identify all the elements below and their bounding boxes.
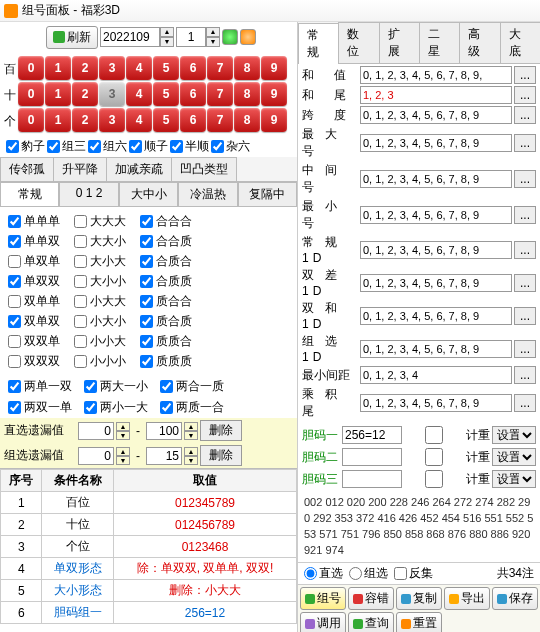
param-more-button[interactable]: ... [514,134,536,152]
pattern-check[interactable]: 单单单 [8,213,60,230]
param-input[interactable] [360,206,512,224]
type-check[interactable]: 杂六 [211,138,250,155]
ball-1-8[interactable]: 8 [234,82,260,106]
action-调用[interactable]: 调用 [300,612,346,632]
filter-to-input[interactable] [146,422,182,440]
dan-input[interactable] [342,470,402,488]
sub-tab[interactable]: 0 1 2 [59,182,118,206]
type-check[interactable]: 组六 [88,138,127,155]
pair-check[interactable]: 两小一大 [84,399,148,416]
ball-0-3[interactable]: 3 [99,56,125,80]
check-fanji[interactable]: 反集 [394,565,433,582]
param-input[interactable] [360,241,512,259]
pattern-check[interactable]: 双双单 [8,333,60,350]
action-查询[interactable]: 查询 [348,612,394,632]
ball-2-7[interactable]: 7 [207,108,233,132]
ball-1-2[interactable]: 2 [72,82,98,106]
sub-tab[interactable]: 冷温热 [178,182,237,206]
pattern-check[interactable]: 小大大 [74,293,126,310]
pattern-check[interactable]: 大小小 [74,273,126,290]
ball-1-1[interactable]: 1 [45,82,71,106]
ball-2-3[interactable]: 3 [99,108,125,132]
right-tab[interactable]: 大底 [500,22,540,63]
ball-1-9[interactable]: 9 [261,82,287,106]
ball-0-0[interactable]: 0 [18,56,44,80]
param-more-button[interactable]: ... [514,241,536,259]
pattern-check[interactable]: 大大小 [74,233,126,250]
filter-delete-button[interactable]: 删除 [200,420,242,441]
ball-2-2[interactable]: 2 [72,108,98,132]
ball-1-7[interactable]: 7 [207,82,233,106]
pattern-check[interactable]: 双单双 [8,313,60,330]
pattern-check[interactable]: 合合合 [140,213,192,230]
pattern-check[interactable]: 合质质 [140,273,192,290]
ball-2-6[interactable]: 6 [180,108,206,132]
pattern-check[interactable]: 质质质 [140,353,192,370]
pair-check[interactable]: 两质一合 [160,399,224,416]
ball-0-1[interactable]: 1 [45,56,71,80]
dan-weight-check[interactable]: 计重 [404,426,490,444]
dan-input[interactable] [342,426,402,444]
type-check[interactable]: 顺子 [129,138,168,155]
ball-2-5[interactable]: 5 [153,108,179,132]
param-more-button[interactable]: ... [514,66,536,84]
index-down-icon[interactable]: ▼ [206,37,220,47]
dan-setting-select[interactable]: 设置 [492,470,536,488]
index-input[interactable] [176,27,206,47]
pattern-check[interactable]: 大小大 [74,253,126,270]
right-tab[interactable]: 二星 [419,22,460,63]
group-tab[interactable]: 传邻孤 [0,157,54,181]
param-input[interactable] [360,106,512,124]
action-复制[interactable]: 复制 [396,587,442,610]
filter-from-input[interactable] [78,447,114,465]
cond-row[interactable]: 3个位0123468 [1,536,297,558]
param-more-button[interactable]: ... [514,86,536,104]
action-容错[interactable]: 容错 [348,587,394,610]
pattern-check[interactable]: 小小大 [74,333,126,350]
pattern-check[interactable]: 大大大 [74,213,126,230]
dan-setting-select[interactable]: 设置 [492,426,536,444]
action-保存[interactable]: 保存 [492,587,538,610]
type-check[interactable]: 半顺 [170,138,209,155]
ball-1-5[interactable]: 5 [153,82,179,106]
ball-2-0[interactable]: 0 [18,108,44,132]
sub-tab[interactable]: 常规 [0,182,59,206]
settings-icon[interactable] [240,29,256,45]
param-more-button[interactable]: ... [514,340,536,358]
pattern-check[interactable]: 单双单 [8,253,60,270]
param-more-button[interactable]: ... [514,307,536,325]
ball-0-8[interactable]: 8 [234,56,260,80]
ball-1-6[interactable]: 6 [180,82,206,106]
pattern-check[interactable]: 质质合 [140,333,192,350]
right-tab[interactable]: 高级 [459,22,500,63]
pattern-check[interactable]: 质合质 [140,313,192,330]
filter-to-input[interactable] [146,447,182,465]
param-input[interactable] [360,134,512,152]
pair-check[interactable]: 两合一质 [160,378,224,395]
pattern-check[interactable]: 单双双 [8,273,60,290]
ball-0-2[interactable]: 2 [72,56,98,80]
cond-row[interactable]: 4单双形态除：单双双, 双单单, 双双! [1,558,297,580]
pair-check[interactable]: 两单一双 [8,378,72,395]
confirm-icon[interactable] [222,29,238,45]
param-more-button[interactable]: ... [514,366,536,384]
pattern-check[interactable]: 小小小 [74,353,126,370]
action-重置[interactable]: 重置 [396,612,442,632]
issue-down-icon[interactable]: ▼ [160,37,174,47]
pair-check[interactable]: 两大一小 [84,378,148,395]
param-input[interactable] [360,394,512,412]
param-input[interactable] [360,307,512,325]
filter-from-input[interactable] [78,422,114,440]
ball-0-6[interactable]: 6 [180,56,206,80]
refresh-button[interactable]: 刷新 [46,26,98,49]
type-check[interactable]: 组三 [47,138,86,155]
pattern-check[interactable]: 合质合 [140,253,192,270]
pattern-check[interactable]: 双单单 [8,293,60,310]
filter-delete-button[interactable]: 删除 [200,445,242,466]
right-tab[interactable]: 数位 [338,22,379,63]
group-tab[interactable]: 升平降 [53,157,107,181]
ball-0-7[interactable]: 7 [207,56,233,80]
ball-2-8[interactable]: 8 [234,108,260,132]
pattern-check[interactable]: 合合质 [140,233,192,250]
radio-zuxuan[interactable]: 组选 [349,565,388,582]
